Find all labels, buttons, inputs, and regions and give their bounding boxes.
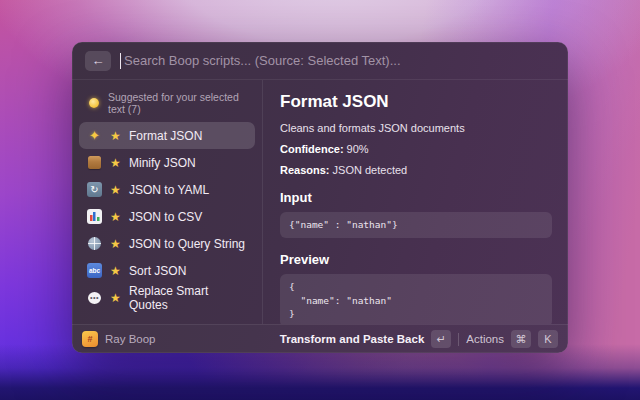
search-bar: ← xyxy=(72,42,568,80)
favorite-star-icon: ★ xyxy=(109,156,122,170)
back-arrow-icon: ← xyxy=(92,53,105,68)
list-item-label: Format JSON xyxy=(129,129,202,143)
app-name: Ray Boop xyxy=(105,333,156,345)
desktop: ← Suggested for your selected text (7) ✦… xyxy=(0,0,640,400)
list-item-label: Minify JSON xyxy=(129,156,196,170)
script-list: Suggested for your selected text (7) ✦ ★… xyxy=(72,80,263,324)
reasons-line: Reasons: JSON detected xyxy=(280,164,552,176)
list-item-json-to-query-string[interactable]: ★ JSON to Query String xyxy=(79,230,255,257)
list-item-sort-json[interactable]: abc ★ Sort JSON xyxy=(79,257,255,284)
k-key-icon[interactable]: K xyxy=(538,330,558,348)
list-item-format-json[interactable]: ✦ ★ Format JSON xyxy=(79,122,255,149)
actions-menu-button[interactable]: Actions xyxy=(466,333,504,345)
input-section-header: Input xyxy=(280,190,552,205)
package-icon xyxy=(87,155,102,170)
detail-panel: Format JSON Cleans and formats JSON docu… xyxy=(263,80,568,324)
list-item-json-to-csv[interactable]: ★ JSON to CSV xyxy=(79,203,255,230)
section-header-label: Suggested for your selected text (7) xyxy=(108,91,248,115)
globe-icon xyxy=(87,236,102,251)
input-code-box: {"name" : "nathan"} xyxy=(280,212,552,238)
preview-section-header: Preview xyxy=(280,252,552,267)
favorite-star-icon: ★ xyxy=(109,237,122,251)
lightbulb-icon xyxy=(86,98,101,109)
confidence-line: Confidence: 90% xyxy=(280,143,552,155)
sparkles-icon: ✦ xyxy=(87,128,102,143)
cycle-arrows-icon: ↻ xyxy=(87,182,102,197)
footer-bar: # Ray Boop Transform and Paste Back ↵ Ac… xyxy=(72,324,568,353)
text-cursor xyxy=(120,53,121,69)
favorite-star-icon: ★ xyxy=(109,291,122,305)
reasons-label: Reasons: xyxy=(280,164,330,176)
command-key-icon[interactable]: ⌘ xyxy=(511,330,531,348)
list-item-label: Replace Smart Quotes xyxy=(129,284,247,312)
bar-chart-icon xyxy=(87,209,102,224)
section-header-suggested: Suggested for your selected text (7) xyxy=(79,85,255,122)
favorite-star-icon: ★ xyxy=(109,264,122,278)
confidence-label: Confidence: xyxy=(280,143,344,155)
list-item-label: JSON to YAML xyxy=(129,183,209,197)
return-key-icon[interactable]: ↵ xyxy=(431,330,451,348)
reasons-value: JSON detected xyxy=(330,164,408,176)
abc-icon: abc xyxy=(87,263,102,278)
favorite-star-icon: ★ xyxy=(109,183,122,197)
detail-description: Cleans and formats JSON documents xyxy=(280,122,552,134)
primary-action-button[interactable]: Transform and Paste Back xyxy=(280,333,424,345)
back-button[interactable]: ← xyxy=(85,51,111,71)
raycast-window: ← Suggested for your selected text (7) ✦… xyxy=(72,42,568,353)
list-item-label: Sort JSON xyxy=(129,264,186,278)
search-input[interactable] xyxy=(124,53,555,68)
footer-app: # Ray Boop xyxy=(82,331,156,347)
footer-actions: Transform and Paste Back ↵ Actions ⌘ K xyxy=(280,330,558,348)
list-item-label: JSON to Query String xyxy=(129,237,245,251)
content-area: Suggested for your selected text (7) ✦ ★… xyxy=(72,80,568,324)
favorite-star-icon: ★ xyxy=(109,210,122,224)
boop-app-icon: # xyxy=(82,331,98,347)
list-item-json-to-yaml[interactable]: ↻ ★ JSON to YAML xyxy=(79,176,255,203)
favorite-star-icon: ★ xyxy=(109,129,122,143)
preview-code-box: { "name": "nathan" } xyxy=(280,274,552,324)
footer-divider xyxy=(458,333,459,346)
list-item-replace-smart-quotes[interactable]: ••• ★ Replace Smart Quotes xyxy=(79,284,255,311)
list-item-label: JSON to CSV xyxy=(129,210,202,224)
confidence-value: 90% xyxy=(344,143,369,155)
speech-bubble-icon: ••• xyxy=(87,290,102,305)
detail-title: Format JSON xyxy=(280,92,552,112)
list-item-minify-json[interactable]: ★ Minify JSON xyxy=(79,149,255,176)
